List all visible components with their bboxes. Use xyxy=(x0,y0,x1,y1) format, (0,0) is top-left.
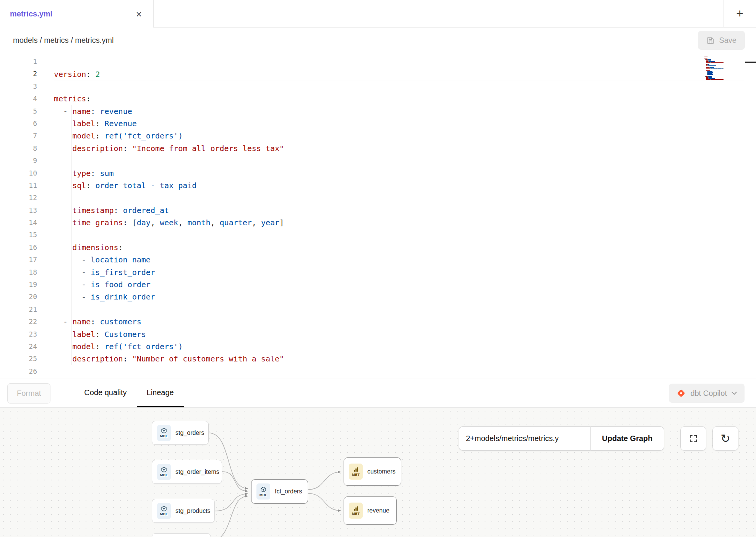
line-number: 25 xyxy=(0,353,37,365)
panel-tab-lineage[interactable]: Lineage xyxy=(137,379,184,407)
save-button[interactable]: Save xyxy=(698,31,745,50)
code-line[interactable]: model: ref('fct_orders') xyxy=(54,130,756,142)
line-number: 26 xyxy=(0,365,37,378)
code-line[interactable]: - is_drink_order xyxy=(54,291,756,303)
code-line[interactable] xyxy=(54,365,756,378)
tab-bar: metrics.yml × + xyxy=(0,0,756,28)
code-line[interactable]: sql: order_total - tax_paid xyxy=(54,179,756,192)
code-line[interactable]: label: Customers xyxy=(54,328,756,340)
line-number: 15 xyxy=(0,229,37,241)
lineage-edge xyxy=(222,472,248,491)
line-number: 4 xyxy=(0,93,37,105)
code-line[interactable]: type: sum xyxy=(54,167,756,179)
code-line[interactable]: version: 2 xyxy=(54,68,744,80)
line-number: 14 xyxy=(0,216,37,229)
line-number: 23 xyxy=(0,328,37,340)
line-number: 24 xyxy=(0,340,37,353)
code-line[interactable] xyxy=(54,55,756,68)
plus-icon: + xyxy=(736,7,743,21)
tab-metrics-yml[interactable]: metrics.yml × xyxy=(0,0,154,28)
lineage-node-partial_node[interactable]: MDL xyxy=(152,533,211,537)
lineage-canvas[interactable]: MDLstg_ordersMDLstg_order_itemsMDLstg_pr… xyxy=(0,408,756,537)
model-icon: MDL xyxy=(256,483,270,500)
line-number: 11 xyxy=(0,179,37,192)
lineage-edge xyxy=(210,496,248,537)
metric-icon: MET xyxy=(349,464,363,480)
lineage-edge xyxy=(215,494,248,511)
code-line[interactable]: description: "Income from all orders les… xyxy=(54,142,756,155)
refresh-icon: ↻ xyxy=(720,433,730,444)
minimap[interactable] xyxy=(704,55,724,81)
code-line[interactable]: label: Revenue xyxy=(54,117,756,130)
indent-guide xyxy=(71,105,71,365)
lineage-node-stg_orders[interactable]: MDLstg_orders xyxy=(152,421,209,445)
code-line[interactable]: time_grains: [day, week, month, quarter,… xyxy=(54,216,756,229)
line-number: 6 xyxy=(0,117,37,130)
code-line[interactable]: - is_food_order xyxy=(54,278,756,291)
node-label: stg_order_items xyxy=(175,469,219,475)
code-line[interactable]: - location_name xyxy=(54,254,756,266)
code-line[interactable]: - name: customers xyxy=(54,316,756,328)
code-line[interactable]: metrics: xyxy=(54,93,756,105)
lineage-node-stg_products[interactable]: MDLstg_products xyxy=(152,499,215,523)
lineage-edge xyxy=(308,493,341,511)
code-line[interactable] xyxy=(54,155,756,167)
new-tab-button[interactable]: + xyxy=(723,0,756,27)
model-icon: MDL xyxy=(157,464,171,480)
line-numbers: 1234567891011121314151617181920212223242… xyxy=(0,53,37,379)
lineage-search-input[interactable] xyxy=(459,426,590,451)
line-number: 20 xyxy=(0,291,37,303)
panel-tabs: Code qualityLineage xyxy=(74,379,183,407)
close-icon[interactable]: × xyxy=(136,9,142,19)
format-button[interactable]: Format xyxy=(7,383,50,404)
line-number: 2 xyxy=(0,68,37,80)
lineage-search-group: Update Graph xyxy=(459,426,664,451)
dbt-copilot-button[interactable]: dbt Copilot xyxy=(669,384,745,403)
scrollbar-indicator[interactable] xyxy=(745,62,756,63)
metric-icon: MET xyxy=(349,503,363,519)
refresh-button[interactable]: ↻ xyxy=(712,426,738,451)
line-number: 10 xyxy=(0,167,37,179)
code-line[interactable]: model: ref('fct_orders') xyxy=(54,340,756,353)
code-line[interactable]: timestamp: ordered_at xyxy=(54,204,756,216)
tab-bar-spacer xyxy=(154,0,723,27)
line-number: 12 xyxy=(0,192,37,204)
fullscreen-button[interactable] xyxy=(680,426,706,451)
line-number: 18 xyxy=(0,266,37,278)
breadcrumb: models / metrics / metrics.yml xyxy=(13,36,114,45)
line-number: 22 xyxy=(0,316,37,328)
save-icon xyxy=(706,36,715,45)
code-line[interactable]: - is_first_order xyxy=(54,266,756,278)
panel-tab-code-quality[interactable]: Code quality xyxy=(74,379,136,407)
line-number: 3 xyxy=(0,80,37,93)
line-number: 13 xyxy=(0,204,37,216)
node-label: stg_products xyxy=(175,508,211,514)
node-label: stg_orders xyxy=(175,430,204,436)
tab-label: metrics.yml xyxy=(10,10,52,18)
code-line[interactable]: - name: revenue xyxy=(54,105,756,117)
model-icon: MDL xyxy=(157,425,171,441)
code-editor[interactable]: 1234567891011121314151617181920212223242… xyxy=(0,53,756,379)
line-number: 8 xyxy=(0,142,37,155)
minimap-line xyxy=(704,80,724,81)
line-number: 9 xyxy=(0,155,37,167)
node-label: revenue xyxy=(367,507,389,514)
code-line[interactable] xyxy=(54,229,756,241)
code-line[interactable]: dimensions: xyxy=(54,241,756,254)
save-label: Save xyxy=(719,36,737,45)
lineage-node-revenue[interactable]: METrevenue xyxy=(344,496,397,525)
update-graph-button[interactable]: Update Graph xyxy=(590,426,664,451)
code-line[interactable] xyxy=(54,303,756,316)
lineage-node-stg_order_items[interactable]: MDLstg_order_items xyxy=(152,460,222,484)
line-number: 1 xyxy=(0,55,37,68)
line-number: 17 xyxy=(0,254,37,266)
lineage-node-fct_orders[interactable]: MDLfct_orders xyxy=(251,479,308,504)
fullscreen-icon xyxy=(689,434,698,443)
code-lines[interactable]: version: 2metrics: - name: revenue label… xyxy=(54,53,756,379)
file-header: models / metrics / metrics.yml Save xyxy=(0,28,756,53)
lineage-node-customers[interactable]: METcustomers xyxy=(344,457,401,486)
code-line[interactable] xyxy=(54,80,756,93)
code-line[interactable] xyxy=(54,192,756,204)
code-line[interactable]: description: "Number of customers with a… xyxy=(54,353,756,365)
line-number: 7 xyxy=(0,130,37,142)
